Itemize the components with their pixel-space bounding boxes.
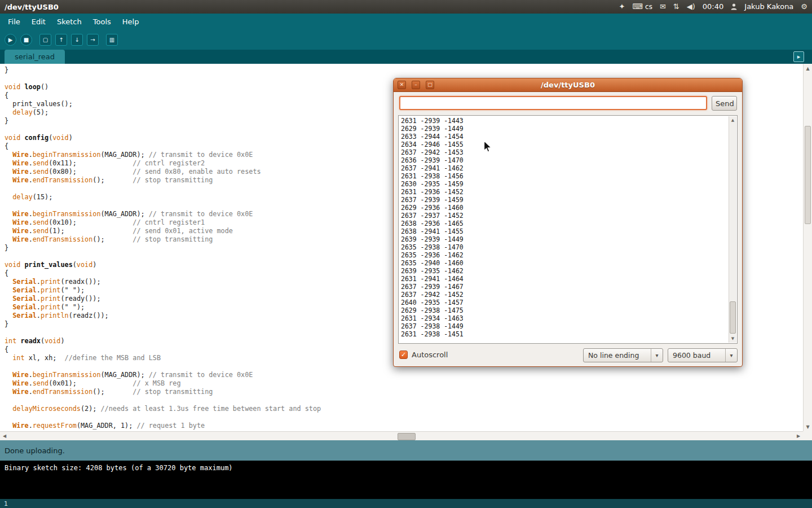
serial-line: 2631 -2938 -1451 — [401, 330, 728, 338]
code-line: Wire.beginTransmission(MAG_ADDR); // tra… — [5, 371, 803, 379]
minimize-icon: – — [414, 82, 417, 87]
verify-button[interactable]: ▶ — [5, 34, 16, 46]
hscroll-thumb[interactable] — [398, 433, 416, 440]
arrow-right-icon: → — [90, 37, 95, 43]
menu-sketch[interactable]: Sketch — [51, 17, 87, 26]
serial-line: 2638 -2941 -1455 — [401, 227, 728, 235]
menu-file[interactable]: File — [2, 17, 26, 26]
code-line: } — [5, 66, 803, 75]
serial-line: 2631 -2939 -1443 — [401, 117, 728, 125]
maximize-button[interactable]: ▢ — [426, 81, 434, 89]
chevron-down-icon: ▾ — [651, 349, 663, 362]
minimize-button[interactable]: – — [412, 81, 420, 89]
new-tab-icon: ▸ — [797, 53, 801, 60]
network-icon[interactable]: ⇅ — [673, 0, 679, 14]
close-icon: ✕ — [400, 82, 404, 87]
arrow-down-icon: ↓ — [74, 37, 79, 43]
scroll-right-icon[interactable]: ▶ — [795, 432, 802, 440]
serial-line: 2631 -2934 -1463 — [401, 314, 728, 322]
code-line: Wire.requestFrom(MAG_ADDR, 1); // reques… — [5, 422, 803, 430]
serial-line: 2634 -2946 -1455 — [401, 141, 728, 148]
session-gear-icon[interactable]: ⚙ — [801, 0, 807, 14]
editor-vscrollbar[interactable]: ▲ ▼ — [803, 64, 812, 431]
autoscroll-label: Autoscroll — [412, 351, 448, 359]
scroll-up-icon[interactable]: ▲ — [804, 64, 812, 72]
serial-line: 2636 -2939 -1470 — [401, 156, 728, 164]
serial-send-input[interactable] — [399, 96, 707, 110]
desktop-screen: /dev/ttyUSB0 ✦ ⌨ cs ✉ ⇅ ◀) 00:40 Jakub K… — [0, 0, 812, 508]
serial-output-area[interactable]: 2631 -2939 -14432629 -2939 -14492633 -29… — [398, 115, 738, 344]
stop-button[interactable]: ■ — [20, 34, 32, 46]
close-button[interactable]: ✕ — [398, 81, 406, 89]
serial-line: 2635 -2938 -1470 — [401, 243, 728, 251]
play-icon: ▶ — [8, 37, 13, 43]
menubar: FileEditSketchToolsHelp — [0, 14, 812, 29]
serial-scroll-up-icon[interactable]: ▲ — [729, 117, 736, 124]
page-icon: ▢ — [43, 37, 48, 43]
upload-button[interactable]: → — [87, 34, 99, 46]
scroll-left-icon[interactable]: ◀ — [1, 432, 8, 440]
status-text: Done uploading. — [5, 446, 65, 455]
line-number-strip: 1 — [0, 499, 812, 508]
open-button[interactable]: ↑ — [55, 34, 67, 46]
maximize-icon: ▢ — [427, 82, 433, 87]
scrollbar-corner — [803, 431, 812, 440]
top-panel: /dev/ttyUSB0 ✦ ⌨ cs ✉ ⇅ ◀) 00:40 Jakub K… — [0, 0, 812, 14]
serial-line: 2639 -2939 -1449 — [401, 235, 728, 243]
serial-line: 2631 -2938 -1456 — [401, 172, 728, 180]
serial-line: 2629 -2938 -1475 — [401, 306, 728, 314]
serial-scroll-thumb[interactable] — [730, 301, 736, 334]
applet-star-icon[interactable]: ✦ — [619, 0, 625, 14]
editor-hscrollbar[interactable]: ◀ ▶ — [0, 431, 803, 440]
serial-monitor-title: /dev/ttyUSB0 — [541, 81, 595, 89]
console-line: Binary sketch size: 4208 bytes (of a 307… — [5, 464, 807, 472]
check-icon: ✓ — [401, 351, 406, 358]
clock[interactable]: 00:40 — [703, 0, 723, 14]
vscroll-thumb[interactable] — [805, 126, 811, 224]
serial-line: 2640 -2935 -1457 — [401, 299, 728, 306]
panel-window-title: /dev/ttyUSB0 — [5, 3, 59, 11]
line-ending-value: No line ending — [584, 351, 651, 360]
serial-line: 2637 -2942 -1452 — [401, 291, 728, 299]
line-number: 1 — [4, 500, 8, 507]
serial-line: 2631 -2941 -1464 — [401, 275, 728, 283]
status-bar: Done uploading. — [0, 440, 812, 461]
serial-line: 2630 -2935 -1459 — [401, 180, 728, 188]
tab-menu-button[interactable]: ▸ — [793, 51, 804, 62]
serial-line: 2637 -2942 -1453 — [401, 148, 728, 156]
code-line: Wire.endTransmission(); // stop transmit… — [5, 388, 803, 396]
menu-tools[interactable]: Tools — [87, 17, 117, 26]
send-button[interactable]: Send — [712, 96, 737, 111]
keyboard-indicator[interactable]: ⌨ cs — [632, 0, 652, 14]
serial-monitor-titlebar[interactable]: ✕ – ▢ /dev/ttyUSB0 — [394, 78, 742, 92]
serial-line: 2633 -2944 -1454 — [401, 133, 728, 141]
tab-label: serial_read — [15, 52, 55, 61]
menu-edit[interactable]: Edit — [26, 17, 51, 26]
tabstrip: serial_read ▸ — [0, 50, 812, 64]
mail-icon[interactable]: ✉ — [660, 0, 666, 14]
panel-indicators: ✦ ⌨ cs ✉ ⇅ ◀) 00:40 Jakub Kakona ⚙ — [619, 0, 807, 14]
serial-scrollbar[interactable]: ▲ ▼ — [729, 116, 736, 343]
code-line — [5, 396, 803, 405]
serial-line: 2637 -2938 -1449 — [401, 322, 728, 330]
baud-rate-value: 9600 baud — [668, 351, 725, 360]
volume-icon[interactable]: ◀) — [687, 0, 695, 14]
scroll-down-icon[interactable]: ▼ — [804, 423, 812, 431]
serial-line: 2637 -2941 -1462 — [401, 164, 728, 172]
baud-rate-dropdown[interactable]: 9600 baud ▾ — [668, 348, 738, 362]
new-sketch-button[interactable]: ▢ — [39, 34, 51, 46]
serial-line: 2637 -2937 -1452 — [401, 212, 728, 220]
autoscroll-checkbox[interactable]: ✓ — [399, 351, 408, 359]
serial-line: 2638 -2936 -1465 — [401, 220, 728, 227]
line-ending-dropdown[interactable]: No line ending ▾ — [583, 348, 663, 362]
save-button[interactable]: ↓ — [71, 34, 83, 46]
serial-line: 2637 -2939 -1467 — [401, 283, 728, 291]
serial-line: 2635 -2936 -1462 — [401, 251, 728, 259]
serial-line: 2631 -2936 -1452 — [401, 188, 728, 196]
serial-scroll-down-icon[interactable]: ▼ — [729, 335, 736, 342]
serial-output: 2631 -2939 -14432629 -2939 -14492633 -29… — [401, 117, 728, 342]
tab-serial-read[interactable]: serial_read — [5, 50, 65, 64]
menu-help[interactable]: Help — [117, 17, 145, 26]
serial-monitor-button[interactable]: ▥ — [106, 34, 118, 46]
user-menu[interactable]: Jakub Kakona — [744, 0, 793, 14]
